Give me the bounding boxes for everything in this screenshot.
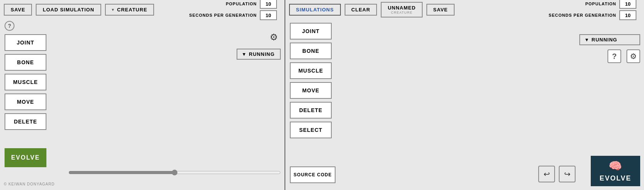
spg-label: SECONDS PER GENERATION [189,13,257,17]
spg-row-right: SECONDS PER GENERATION [549,10,636,20]
brain-icon: 🧠 [609,160,623,172]
tool-buttons-left: JOINT BONE MUSCLE MOVE DELETE [5,34,46,130]
running-dropdown[interactable]: ▾ RUNNING [237,49,281,60]
muscle-button-right[interactable]: MUSCLE [290,62,332,79]
chevron-down-icon-right: ▾ [585,37,588,43]
unnamed-label: UNNAMED [388,5,415,11]
population-label-right: POPULATION [585,2,616,6]
source-code-button[interactable]: SOURCE CODE [290,166,336,183]
joint-button-right[interactable]: JOINT [290,23,332,40]
top-bar-left: SAVE LOAD SIMULATION ▾ CREATURE POPULATI… [0,0,285,19]
running-dropdown-right[interactable]: ▾ RUNNING [579,34,640,45]
population-row: POPULATION [226,0,277,9]
population-input-right[interactable] [619,0,636,9]
chevron-down-icon: ▾ [243,51,246,57]
spg-row: SECONDS PER GENERATION [189,10,277,20]
save-button-right[interactable]: SAVE [426,4,455,16]
select-button-right[interactable]: SELECT [290,122,332,138]
gear-button-right[interactable]: ⚙ [627,49,640,63]
help-button[interactable]: ? [5,21,14,31]
unnamed-button[interactable]: UNNAMED CREATURE [381,2,422,17]
move-button[interactable]: MOVE [5,93,46,110]
right-controls-left: POPULATION SECONDS PER GENERATION [189,0,281,20]
right-controls-right: POPULATION SECONDS PER GENERATION [549,0,640,20]
delete-button[interactable]: DELETE [5,113,46,130]
copyright-text: © KEIWAN DONYAGARD [4,182,55,186]
slider-container [68,169,281,176]
population-row-right: POPULATION [585,0,636,9]
help-button-right[interactable]: ? [607,49,621,63]
spg-input-right[interactable] [619,10,636,20]
creature-sub-label: CREATURE [391,11,413,14]
spg-label-right: SECONDS PER GENERATION [549,13,616,17]
creature-dropdown-label: CREATURE [117,7,147,13]
clear-button[interactable]: CLEAR [345,4,377,16]
evolve-label-right: EVOLVE [599,174,631,182]
gear-button[interactable]: ⚙ [267,30,281,44]
redo-button[interactable]: ↪ [559,166,576,182]
population-label: POPULATION [226,2,257,6]
joint-button[interactable]: JOINT [5,34,46,51]
running-label-right: RUNNING [592,37,617,43]
muscle-button[interactable]: MUSCLE [5,74,46,90]
undo-redo-container: ↩ ↪ [538,166,576,182]
right-panel: SIMULATIONS CLEAR UNNAMED CREATURE SAVE … [285,0,644,190]
load-simulation-button[interactable]: LOAD SIMULATION [36,4,101,16]
left-panel: SAVE LOAD SIMULATION ▾ CREATURE POPULATI… [0,0,285,190]
delete-button-right[interactable]: DELETE [290,102,332,119]
spg-input[interactable] [260,10,277,20]
bone-button-right[interactable]: BONE [290,43,332,59]
move-button-right[interactable]: MOVE [290,82,332,99]
evolve-button-right[interactable]: 🧠 EVOLVE [591,156,640,186]
undo-button[interactable]: ↩ [538,166,555,182]
chevron-down-icon: ▾ [112,8,114,12]
top-bar-right: SIMULATIONS CLEAR UNNAMED CREATURE SAVE … [285,0,644,19]
evolve-button-left[interactable]: EVOLVE [5,148,46,167]
bone-button[interactable]: BONE [5,54,46,71]
save-button[interactable]: SAVE [4,4,32,16]
running-label: RUNNING [249,51,275,57]
creature-dropdown[interactable]: ▾ CREATURE [105,4,154,16]
simulations-button[interactable]: SIMULATIONS [289,4,341,16]
slider-input[interactable] [68,169,281,176]
population-input[interactable] [260,0,277,9]
tool-buttons-right: JOINT BONE MUSCLE MOVE DELETE SELECT [290,23,332,138]
